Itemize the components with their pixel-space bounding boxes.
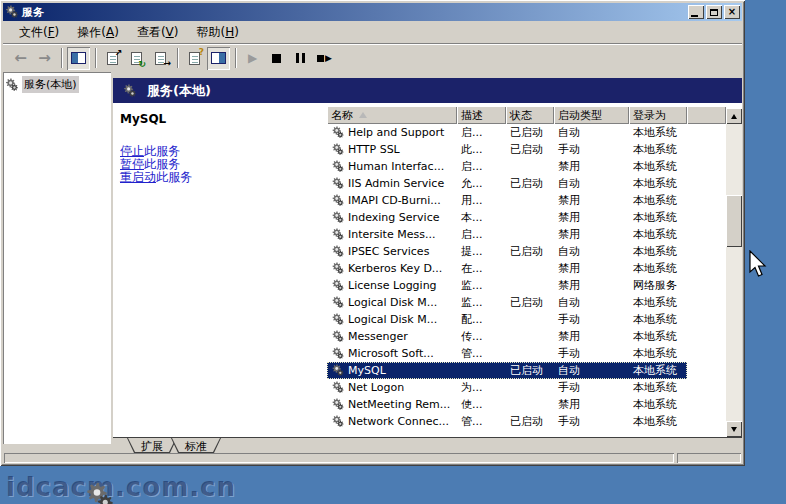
service-row[interactable]: Human Interfac...启...禁用本地系统 [327, 158, 726, 175]
service-row[interactable]: IIS Admin Service允...已启动自动本地系统 [327, 175, 726, 192]
service-gear-icon [331, 228, 345, 241]
tab-standard[interactable]: 标准 [171, 438, 221, 453]
cell-name: HTTP SSL [327, 143, 457, 156]
menu-h[interactable]: 帮助(H) [187, 22, 247, 43]
service-row[interactable]: HTTP SSL此...已启动手动本地系统 [327, 141, 726, 158]
start-service-icon[interactable]: ▶ [241, 47, 264, 70]
cell-logon-as: 本地系统 [629, 142, 687, 157]
column-header-4[interactable]: 登录为 [629, 106, 687, 124]
cell-name: Indexing Service [327, 211, 457, 224]
tab-extended[interactable]: 扩展 [127, 438, 177, 453]
service-row[interactable]: Net Logon为...手动本地系统 [327, 379, 726, 396]
desktop-watermark: idcacm.com.cn [6, 472, 236, 502]
cell-logon-as: 本地系统 [629, 159, 687, 174]
console-tree-panel: 服务(本地) [3, 72, 111, 444]
service-row[interactable]: Logical Disk M...监...已启动自动本地系统 [327, 294, 726, 311]
service-row[interactable]: Indexing Service本...禁用本地系统 [327, 209, 726, 226]
properties-icon[interactable]: ↗ [101, 47, 124, 70]
cell-logon-as: 本地系统 [629, 125, 687, 140]
cell-description: 监... [457, 278, 506, 293]
toolbar-separator [61, 48, 63, 68]
service-gear-icon [331, 296, 345, 309]
service-gear-icon [331, 194, 345, 207]
cell-startup-type: 禁用 [554, 329, 629, 344]
service-row[interactable]: License Logging监...禁用网络服务 [327, 277, 726, 294]
service-row[interactable]: Messenger传...禁用本地系统 [327, 328, 726, 345]
selected-service-name: MySQL [120, 112, 166, 126]
service-row[interactable]: Logical Disk M...配...手动本地系统 [327, 311, 726, 328]
service-row[interactable]: Network Connec...管...已启动手动本地系统 [327, 413, 726, 430]
column-header-1[interactable]: 描述 [457, 106, 506, 124]
service-row[interactable]: Help and Support启...已启动自动本地系统 [327, 124, 726, 141]
vertical-scrollbar[interactable] [726, 108, 742, 437]
back-icon[interactable]: ← [9, 47, 32, 70]
export-list-icon[interactable]: → [149, 47, 172, 70]
column-header-0[interactable]: 名称 [327, 106, 457, 124]
service-row[interactable]: Intersite Mess...启...禁用本地系统 [327, 226, 726, 243]
scroll-down-button[interactable] [726, 421, 742, 437]
column-header-filler[interactable] [687, 106, 726, 124]
service-gear-icon [331, 415, 345, 428]
minimize-icon [691, 15, 698, 17]
banner-services-icon [123, 84, 137, 98]
refresh-icon[interactable]: ↻ [125, 47, 148, 70]
restart-service-icon[interactable]: ▶ [313, 47, 336, 70]
help-icon[interactable]: ? [183, 47, 206, 70]
service-row[interactable]: NetMeeting Rem...使...禁用本地系统 [327, 396, 726, 413]
service-row[interactable]: IMAPI CD-Burni...用...禁用本地系统 [327, 192, 726, 209]
service-gear-icon [331, 245, 345, 258]
cell-startup-type: 自动 [554, 244, 629, 259]
show-console-tree-icon[interactable] [67, 47, 90, 70]
cell-startup-type: 手动 [554, 414, 629, 429]
cell-description: 启... [457, 125, 506, 140]
column-header-2[interactable]: 状态 [506, 106, 554, 124]
cell-name: IIS Admin Service [327, 177, 457, 190]
cell-description: 管... [457, 414, 506, 429]
cell-logon-as: 本地系统 [629, 244, 687, 259]
column-header-3[interactable]: 启动类型 [554, 106, 629, 124]
stop-service-icon[interactable] [265, 47, 288, 70]
tree-item-label: 服务(本地) [22, 76, 79, 93]
pause-service-icon[interactable] [289, 47, 312, 70]
cell-startup-type: 禁用 [554, 227, 629, 242]
service-row-selected[interactable]: MySQL已启动自动本地系统 [327, 362, 726, 379]
service-gear-icon [331, 126, 345, 139]
bottom-tab-strip: 扩展标准 [113, 437, 742, 453]
minimize-button[interactable] [688, 5, 704, 19]
service-gear-icon [331, 211, 345, 224]
cell-description: 传... [457, 329, 506, 344]
cell-description: 允... [457, 176, 506, 191]
service-gear-icon [331, 177, 345, 190]
cell-name: Logical Disk M... [327, 296, 457, 309]
service-row[interactable]: Microsoft Soft...管...手动本地系统 [327, 345, 726, 362]
service-link-2[interactable]: 重启动此服务 [120, 171, 192, 184]
cell-status: 已启动 [506, 414, 554, 429]
cell-description: 用... [457, 193, 506, 208]
cell-description: 本... [457, 210, 506, 225]
service-row[interactable]: Kerberos Key D...在...禁用本地系统 [327, 260, 726, 277]
menu-a[interactable]: 操作(A) [68, 22, 128, 43]
service-gear-icon [331, 381, 345, 394]
cell-name: NetMeeting Rem... [327, 398, 457, 411]
mouse-cursor [748, 250, 770, 280]
scroll-up-button[interactable] [726, 108, 742, 124]
menu-f[interactable]: 文件(F) [10, 22, 68, 43]
cell-logon-as: 网络服务 [629, 278, 687, 293]
banner-title: 服务(本地) [147, 82, 211, 100]
cell-startup-type: 手动 [554, 346, 629, 361]
show-extended-pane-icon[interactable] [207, 47, 230, 70]
service-gear-icon [331, 160, 345, 173]
cell-logon-as: 本地系统 [629, 346, 687, 361]
scroll-thumb[interactable] [726, 195, 742, 247]
list-rows: Help and Support启...已启动自动本地系统HTTP SSL此..… [327, 124, 726, 437]
cell-logon-as: 本地系统 [629, 329, 687, 344]
tree-item-services-local[interactable]: 服务(本地) [5, 76, 109, 93]
cell-logon-as: 本地系统 [629, 261, 687, 276]
cell-description: 为... [457, 380, 506, 395]
maximize-button[interactable] [706, 5, 722, 19]
service-row[interactable]: IPSEC Services提...已启动自动本地系统 [327, 243, 726, 260]
forward-icon[interactable]: → [33, 47, 56, 70]
menu-v[interactable]: 查看(V) [128, 22, 188, 43]
title-bar[interactable]: 服务 × [3, 3, 742, 21]
close-button[interactable]: × [724, 5, 740, 19]
